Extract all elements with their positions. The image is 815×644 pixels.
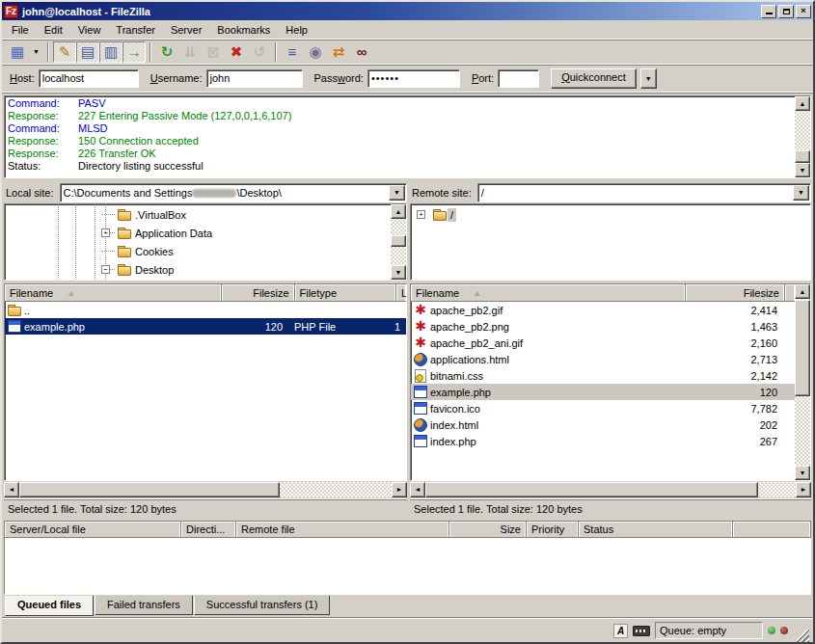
tab-failed-transfers[interactable]: Failed transfers (95, 596, 193, 615)
file-row[interactable]: favicon.ico7,782 (411, 400, 795, 416)
file-row[interactable]: apache_pb2_ani.gif2,160 (411, 335, 795, 351)
file-row[interactable]: apache_pb2.gif2,414 (411, 302, 795, 318)
scroll-down-icon[interactable]: ▼ (795, 163, 810, 177)
file-row[interactable]: index.html202 (411, 416, 795, 433)
compare-directories-button[interactable]: ◉ (304, 41, 327, 63)
scroll-right-icon[interactable]: ► (392, 482, 407, 497)
scroll-left-icon[interactable]: ◄ (410, 482, 425, 497)
hscroll-thumb[interactable] (425, 482, 758, 497)
menu-file[interactable]: File (4, 21, 37, 39)
menu-bookmarks[interactable]: Bookmarks (209, 21, 278, 39)
find-files-button[interactable]: ∞ (350, 41, 373, 63)
column-header-filename[interactable]: Filename▲ (411, 284, 686, 301)
file-row[interactable]: .. (5, 302, 406, 318)
scroll-down-icon[interactable]: ▼ (795, 466, 810, 480)
menu-view[interactable]: View (70, 21, 109, 39)
scroll-up-icon[interactable]: ▲ (795, 284, 810, 299)
chevron-down-icon[interactable]: ▼ (793, 185, 809, 201)
log-type-label: Command: (5, 122, 78, 135)
file-row[interactable]: bitnami.css2,142 (411, 367, 795, 384)
queue-column-server-local-file[interactable]: Server/Local file (5, 522, 181, 537)
file-row[interactable]: example.php120 (411, 384, 795, 400)
menu-help[interactable]: Help (278, 21, 315, 39)
filter-icon: ≡ (288, 44, 297, 59)
tree-item[interactable]: Cookies (5, 242, 391, 260)
column-header-lastmodified[interactable]: L (396, 284, 406, 301)
local-tree-scrollbar[interactable]: ▲ ▼ (391, 204, 406, 280)
file-row[interactable]: apache_pb2.png1,463 (411, 318, 795, 335)
scroll-up-icon[interactable]: ▲ (795, 96, 810, 111)
queue-tabs: Queued files Failed transfers Successful… (2, 596, 813, 617)
local-site-label: Local site: (4, 187, 56, 199)
queue-column-status[interactable]: Status (579, 522, 733, 537)
column-header-filesize[interactable]: Filesize (222, 284, 295, 301)
remote-list-scrollbar[interactable]: ▲ ▼ (795, 284, 810, 480)
synchronized-browsing-button[interactable]: ⇄ (327, 41, 350, 63)
quickconnect-dropdown-button[interactable]: ▼ (640, 68, 657, 89)
queue-column-size[interactable]: Size (449, 522, 527, 537)
column-header-filetype[interactable]: Filetype (295, 284, 397, 301)
folder-icon (117, 244, 132, 258)
disconnect-button[interactable]: ✖ (225, 41, 248, 63)
menu-transfer[interactable]: Transfer (108, 21, 163, 39)
remote-site-combobox[interactable]: / ▼ (477, 183, 811, 202)
tree-expander-plus[interactable]: + (417, 210, 425, 219)
list-scrollbar-thumb[interactable] (795, 300, 810, 396)
file-name-cell: applications.html (411, 352, 685, 366)
chevron-down-icon[interactable]: ▼ (389, 185, 405, 201)
local-horizontal-scrollbar[interactable]: ◄ ► (4, 482, 407, 497)
local-site-combobox[interactable]: C:\Documents and Settings\Desktop\ ▼ (60, 183, 407, 202)
log-scrollbar[interactable]: ▲ ▼ (795, 96, 810, 177)
local-file-list: ..example.php120PHP File1 (5, 302, 406, 480)
remote-horizontal-scrollbar[interactable]: ◄ ► (410, 482, 811, 497)
quickconnect-button[interactable]: Quickconnect (551, 68, 637, 89)
maximize-button[interactable] (778, 5, 794, 18)
column-header-filesize[interactable]: Filesize (686, 284, 786, 301)
tree-item[interactable]: +Application Data (5, 224, 391, 242)
queue-column-direction[interactable]: Directi... (181, 522, 236, 537)
queue-column-remote-file[interactable]: Remote file (236, 522, 449, 537)
toggle-queue-view-icon: → (127, 44, 142, 59)
port-input[interactable] (498, 69, 539, 88)
hscroll-thumb[interactable] (19, 482, 280, 497)
scroll-left-icon[interactable]: ◄ (4, 482, 19, 497)
tab-successful-transfers[interactable]: Successful transfers (1) (194, 596, 331, 615)
refresh-button[interactable]: ↻ (155, 41, 178, 63)
tree-item[interactable]: .VirtualBox (5, 205, 391, 224)
tree-expander-plus[interactable]: + (101, 228, 110, 237)
scroll-right-icon[interactable]: ► (796, 482, 811, 497)
log-scrollbar-thumb[interactable] (795, 150, 810, 163)
tab-queued-files[interactable]: Queued files (5, 596, 94, 616)
menu-server[interactable]: Server (163, 21, 209, 39)
file-row[interactable]: index.php267 (411, 433, 795, 449)
tree-scrollbar-thumb[interactable] (391, 235, 406, 247)
password-input[interactable]: •••••• (367, 69, 460, 88)
scroll-up-icon[interactable]: ▲ (391, 204, 406, 219)
toggle-queue-view-button[interactable]: → (122, 41, 146, 63)
menu-edit[interactable]: Edit (37, 21, 70, 39)
queue-column-priority[interactable]: Priority (527, 522, 579, 537)
file-row[interactable]: example.php120PHP File1 (5, 318, 406, 335)
toggle-log-view-icon: ✎ (59, 44, 71, 59)
log-line: Command:MLSD (5, 122, 795, 135)
minimize-button[interactable] (761, 5, 776, 18)
site-manager-button[interactable]: ▦ (6, 41, 29, 63)
toggle-log-view-button[interactable]: ✎ (53, 41, 76, 63)
tree-item-label: Desktop (132, 263, 177, 277)
resize-grip[interactable] (797, 630, 809, 642)
tree-item[interactable]: −Desktop (5, 260, 391, 279)
tree-item[interactable]: +/ (411, 205, 810, 224)
file-row[interactable]: applications.html2,713 (411, 351, 795, 367)
tree-expander-minus[interactable]: − (101, 265, 110, 274)
log-message: Directory listing successful (78, 160, 204, 173)
close-button[interactable]: × (796, 5, 811, 18)
column-header-filename[interactable]: Filename▲ (5, 284, 222, 301)
username-input[interactable]: john (206, 69, 303, 88)
site-manager-dropdown-button[interactable]: ▼ (29, 41, 43, 63)
toggle-remote-tree-button[interactable]: ▥ (99, 41, 122, 63)
host-input[interactable]: localhost (39, 69, 139, 88)
log-message: 227 Entering Passive Mode (127,0,0,1,6,1… (78, 110, 291, 122)
scroll-down-icon[interactable]: ▼ (391, 265, 406, 280)
filter-button[interactable]: ≡ (281, 41, 304, 63)
toggle-local-tree-button[interactable]: ▤ (76, 41, 99, 63)
